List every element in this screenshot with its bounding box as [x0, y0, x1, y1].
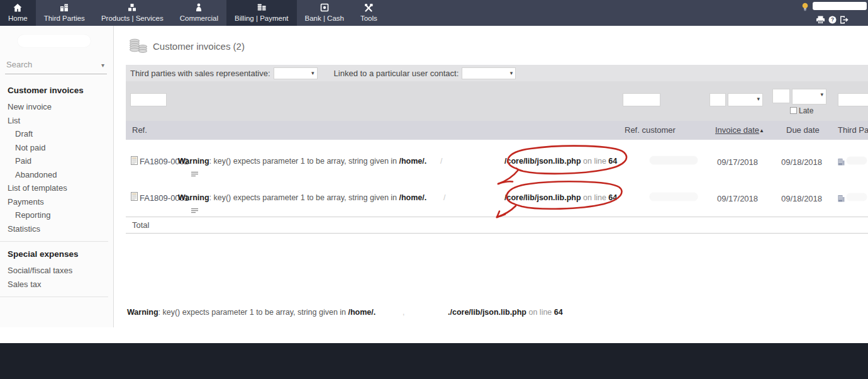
col-header-third-party[interactable]: Third Par [838, 121, 868, 140]
sidebar-menu: Customer invoices New invoice List Draft… [8, 82, 108, 303]
footer-php-warning: Warning: key() expects parameter 1 to be… [127, 308, 376, 317]
bottom-dark-bar [0, 343, 868, 379]
late-checkbox-label: Late [799, 106, 813, 115]
due-date-cell: 09/18/2018 [781, 157, 822, 167]
nav-tab-billing-payment[interactable]: Billing | Payment [226, 0, 296, 26]
col-header-ref[interactable]: Ref. [132, 121, 147, 140]
warning-home-path: /home/. [399, 157, 427, 166]
sidebar-item-paid[interactable]: Paid [8, 154, 108, 168]
nav-tab-home[interactable]: Home [0, 0, 36, 26]
nav-tab-bank-cash[interactable]: Bank | Cash [297, 0, 352, 26]
sidebar-item-list-of-templates[interactable]: List of templates [8, 181, 108, 195]
document-icon[interactable] [131, 192, 138, 203]
building-icon[interactable] [838, 157, 845, 168]
table-header-row: Ref. Ref. customer Invoice date▲ Due dat… [126, 121, 868, 140]
home-icon [13, 3, 23, 13]
total-label: Total [132, 217, 149, 234]
sidebar-item-list[interactable]: List [8, 114, 108, 128]
nav-tab-commercial[interactable]: Commercial [172, 0, 226, 26]
due-date-year-input[interactable] [772, 89, 790, 103]
col-header-ref-customer[interactable]: Ref. customer [625, 121, 676, 140]
due-date-month-select[interactable] [792, 89, 826, 105]
php-warning-text: Warning: key() expects parameter 1 to be… [178, 157, 426, 166]
document-icon[interactable] [131, 156, 138, 167]
print-icon[interactable] [816, 15, 825, 26]
search-input[interactable] [5, 57, 91, 69]
logout-icon[interactable] [840, 15, 849, 26]
invoice-date-month-select[interactable] [728, 93, 763, 106]
chevron-down-icon[interactable]: ▾ [101, 62, 104, 69]
warning-on-line: on line [526, 308, 554, 317]
warning-message: : key() expects parameter 1 to be array,… [209, 193, 399, 202]
filter-bar: Third parties with sales representative:… [126, 65, 868, 81]
nav-tab-third-parties[interactable]: Third Parties [36, 0, 93, 26]
building-icon[interactable] [838, 193, 845, 205]
warning-message: : key() expects parameter 1 to be array,… [159, 308, 348, 317]
nav-tab-label: Home [8, 14, 28, 22]
details-list-icon[interactable] [191, 205, 199, 216]
third-party-filter-input[interactable] [838, 93, 868, 106]
sidebar-section-special-expenses[interactable]: Special expenses [8, 247, 108, 261]
sidebar-item-not-paid[interactable]: Not paid [8, 141, 108, 155]
tools-icon [364, 3, 374, 13]
user-contact-select[interactable] [462, 67, 516, 79]
sidebar-item-reporting[interactable]: Reporting [8, 208, 108, 222]
ref-customer-filter-input[interactable] [623, 93, 660, 106]
sidebar-divider [0, 241, 108, 242]
ref-filter-input[interactable] [130, 93, 167, 106]
sidebar-search: ▾ [5, 57, 107, 74]
top-navbar: Home Third Parties Products | Services C… [0, 0, 868, 26]
sales-rep-filter-label: Third parties with sales representative: [130, 69, 270, 78]
warning-message: : key() expects parameter 1 to be array,… [209, 157, 399, 166]
redacted-third-party-name [847, 157, 867, 164]
sidebar-item-sales-tax[interactable]: Sales tax [8, 278, 108, 291]
sidebar-item-social-fiscal-taxes[interactable]: Social/fiscal taxes [8, 264, 108, 278]
invoice-date-cell: 09/17/2018 [717, 194, 758, 203]
sidebar-item-new-invoice[interactable]: New invoice [8, 100, 108, 114]
nav-tab-label: Billing | Payment [235, 14, 288, 22]
warning-home-path: /home/. [399, 193, 427, 202]
table-total-row: Total [126, 217, 868, 234]
help-icon[interactable]: ? [828, 15, 837, 26]
invoice-row: FA1809-0002 Warning: key() expects param… [126, 140, 868, 181]
sidebar-section-customer-invoices[interactable]: Customer invoices [8, 84, 108, 98]
warning-label: Warning [178, 157, 209, 166]
redacted-ref-customer [650, 193, 698, 201]
php-warning-text: Warning: key() expects parameter 1 to be… [178, 193, 426, 202]
sidebar: ▾ Customer invoices New invoice List Dra… [0, 26, 114, 327]
nav-tab-label: Commercial [180, 14, 218, 22]
nav-tab-label: Bank | Cash [305, 14, 344, 22]
redacted-company-name [18, 35, 91, 47]
sales-rep-select[interactable] [274, 67, 318, 79]
svg-text:?: ? [831, 16, 834, 23]
warning-line-number: 64 [608, 157, 617, 166]
sidebar-item-abandoned[interactable]: Abandoned [8, 168, 108, 182]
lightbulb-icon [801, 3, 809, 14]
col-header-invoice-date-label: Invoice date [715, 125, 759, 135]
nav-tab-products-services[interactable]: Products | Services [93, 0, 172, 26]
warning-label: Warning [127, 308, 159, 317]
php-warning-circled-text: /core/lib/json.lib.php on line 64 [504, 157, 617, 166]
php-warning-circled-text: /core/lib/json.lib.php on line 64 [504, 193, 617, 202]
col-header-invoice-date[interactable]: Invoice date▲ [715, 121, 764, 140]
due-date-cell: 09/18/2018 [781, 194, 822, 203]
footer-php-warning-path: ./core/lib/json.lib.php on line 64 [448, 308, 563, 317]
sidebar-item-draft[interactable]: Draft [8, 127, 108, 141]
warning-on-line: on line [581, 193, 609, 202]
sidebar-item-payments[interactable]: Payments [8, 195, 108, 209]
page-title: Customer invoices (2) [153, 41, 245, 52]
warning-line-number: 64 [554, 308, 563, 317]
col-header-due-date[interactable]: Due date [786, 121, 820, 140]
bank-icon [320, 3, 330, 13]
nav-tab-tools[interactable]: Tools [352, 0, 386, 26]
invoice-date-year-input[interactable] [709, 93, 726, 106]
invoice-date-cell: 09/17/2018 [717, 157, 758, 167]
navbar-right-cluster: ? [824, 0, 868, 26]
third-parties-icon [59, 3, 69, 13]
billing-icon [257, 3, 267, 13]
sidebar-item-statistics[interactable]: Statistics [8, 222, 108, 236]
warning-home-path: /home/. [348, 308, 376, 317]
details-list-icon[interactable] [191, 168, 199, 179]
nav-tab-label: Third Parties [44, 14, 85, 22]
late-checkbox[interactable] [790, 107, 797, 114]
